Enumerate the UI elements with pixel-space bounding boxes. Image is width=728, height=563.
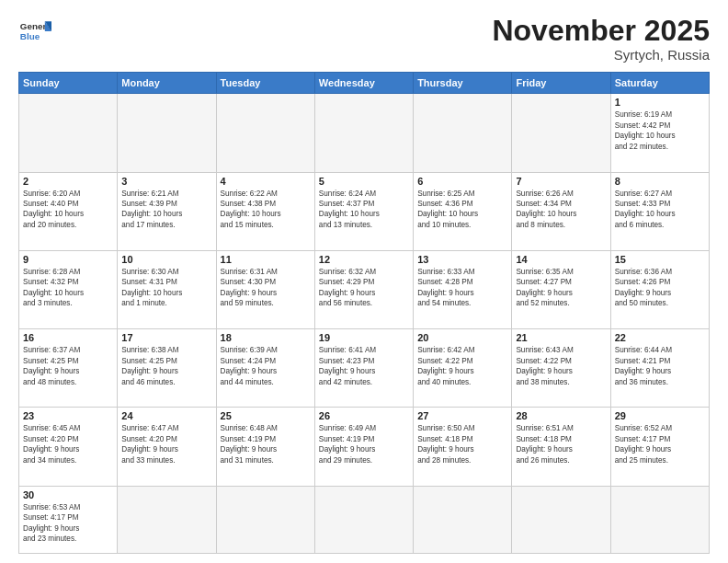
empty-cell bbox=[118, 486, 216, 553]
svg-text:Blue: Blue bbox=[20, 31, 40, 41]
day-20: 20 Sunrise: 6:42 AMSunset: 4:22 PMDaylig… bbox=[414, 329, 512, 408]
empty-cell bbox=[216, 94, 314, 172]
calendar-row-1: 1 Sunrise: 6:19 AMSunset: 4:42 PMDayligh… bbox=[19, 94, 710, 172]
day-16: 16 Sunrise: 6:37 AMSunset: 4:25 PMDaylig… bbox=[19, 329, 118, 408]
header-tuesday: Tuesday bbox=[216, 73, 314, 94]
empty-cell bbox=[414, 94, 512, 172]
header-sunday: Sunday bbox=[19, 73, 118, 94]
empty-cell bbox=[512, 94, 610, 172]
day-25: 25 Sunrise: 6:48 AMSunset: 4:19 PMDaylig… bbox=[216, 408, 314, 486]
calendar-row-6: 30 Sunrise: 6:53 AMSunset: 4:17 PMDaylig… bbox=[19, 486, 710, 553]
calendar-row-4: 16 Sunrise: 6:37 AMSunset: 4:25 PMDaylig… bbox=[19, 329, 710, 408]
day-18: 18 Sunrise: 6:39 AMSunset: 4:24 PMDaylig… bbox=[216, 329, 314, 408]
empty-cell bbox=[512, 486, 610, 553]
day-5: 5 Sunrise: 6:24 AMSunset: 4:37 PMDayligh… bbox=[314, 172, 413, 250]
day-2: 2 Sunrise: 6:20 AMSunset: 4:40 PMDayligh… bbox=[19, 172, 118, 250]
day-4: 4 Sunrise: 6:22 AMSunset: 4:38 PMDayligh… bbox=[216, 172, 314, 250]
day-23: 23 Sunrise: 6:45 AMSunset: 4:20 PMDaylig… bbox=[19, 408, 118, 486]
day-9: 9 Sunrise: 6:28 AMSunset: 4:32 PMDayligh… bbox=[19, 250, 118, 328]
day-3: 3 Sunrise: 6:21 AMSunset: 4:39 PMDayligh… bbox=[118, 172, 216, 250]
empty-cell bbox=[216, 486, 314, 553]
header-friday: Friday bbox=[512, 73, 610, 94]
day-6: 6 Sunrise: 6:25 AMSunset: 4:36 PMDayligh… bbox=[414, 172, 512, 250]
header-wednesday: Wednesday bbox=[314, 73, 413, 94]
day-22: 22 Sunrise: 6:44 AMSunset: 4:21 PMDaylig… bbox=[610, 329, 709, 408]
day-15: 15 Sunrise: 6:36 AMSunset: 4:26 PMDaylig… bbox=[610, 250, 709, 328]
calendar-row-5: 23 Sunrise: 6:45 AMSunset: 4:20 PMDaylig… bbox=[19, 408, 710, 486]
day-8: 8 Sunrise: 6:27 AMSunset: 4:33 PMDayligh… bbox=[610, 172, 709, 250]
day-29: 29 Sunrise: 6:52 AMSunset: 4:17 PMDaylig… bbox=[610, 408, 709, 486]
calendar-table: Sunday Monday Tuesday Wednesday Thursday… bbox=[18, 72, 710, 554]
empty-cell bbox=[118, 94, 216, 172]
day-1: 1 Sunrise: 6:19 AMSunset: 4:42 PMDayligh… bbox=[610, 94, 709, 172]
title-block: November 2025 Syrtych, Russia bbox=[492, 15, 710, 63]
generalblue-logo-icon: General Blue bbox=[18, 15, 51, 48]
calendar-row-3: 9 Sunrise: 6:28 AMSunset: 4:32 PMDayligh… bbox=[19, 250, 710, 328]
day-7: 7 Sunrise: 6:26 AMSunset: 4:34 PMDayligh… bbox=[512, 172, 610, 250]
day-21: 21 Sunrise: 6:43 AMSunset: 4:22 PMDaylig… bbox=[512, 329, 610, 408]
day-13: 13 Sunrise: 6:33 AMSunset: 4:28 PMDaylig… bbox=[414, 250, 512, 328]
empty-cell bbox=[610, 486, 709, 553]
page: General Blue November 2025 Syrtych, Russ… bbox=[0, 0, 728, 563]
day-28: 28 Sunrise: 6:51 AMSunset: 4:18 PMDaylig… bbox=[512, 408, 610, 486]
day-12: 12 Sunrise: 6:32 AMSunset: 4:29 PMDaylig… bbox=[314, 250, 413, 328]
logo: General Blue bbox=[18, 15, 51, 48]
day-10: 10 Sunrise: 6:30 AMSunset: 4:31 PMDaylig… bbox=[118, 250, 216, 328]
month-year-title: November 2025 bbox=[492, 15, 710, 47]
day-19: 19 Sunrise: 6:41 AMSunset: 4:23 PMDaylig… bbox=[314, 329, 413, 408]
calendar-row-2: 2 Sunrise: 6:20 AMSunset: 4:40 PMDayligh… bbox=[19, 172, 710, 250]
location-subtitle: Syrtych, Russia bbox=[492, 47, 710, 63]
day-30: 30 Sunrise: 6:53 AMSunset: 4:17 PMDaylig… bbox=[19, 486, 118, 553]
day-24: 24 Sunrise: 6:47 AMSunset: 4:20 PMDaylig… bbox=[118, 408, 216, 486]
empty-cell bbox=[414, 486, 512, 553]
empty-cell bbox=[314, 486, 413, 553]
header-monday: Monday bbox=[118, 73, 216, 94]
day-27: 27 Sunrise: 6:50 AMSunset: 4:18 PMDaylig… bbox=[414, 408, 512, 486]
day-17: 17 Sunrise: 6:38 AMSunset: 4:25 PMDaylig… bbox=[118, 329, 216, 408]
empty-cell bbox=[19, 94, 118, 172]
day-26: 26 Sunrise: 6:49 AMSunset: 4:19 PMDaylig… bbox=[314, 408, 413, 486]
day-11: 11 Sunrise: 6:31 AMSunset: 4:30 PMDaylig… bbox=[216, 250, 314, 328]
header: General Blue November 2025 Syrtych, Russ… bbox=[18, 15, 710, 63]
empty-cell bbox=[314, 94, 413, 172]
day-1-info: Sunrise: 6:19 AMSunset: 4:42 PMDaylight:… bbox=[615, 109, 705, 152]
header-thursday: Thursday bbox=[414, 73, 512, 94]
weekday-header-row: Sunday Monday Tuesday Wednesday Thursday… bbox=[19, 73, 710, 94]
header-saturday: Saturday bbox=[610, 73, 709, 94]
day-14: 14 Sunrise: 6:35 AMSunset: 4:27 PMDaylig… bbox=[512, 250, 610, 328]
